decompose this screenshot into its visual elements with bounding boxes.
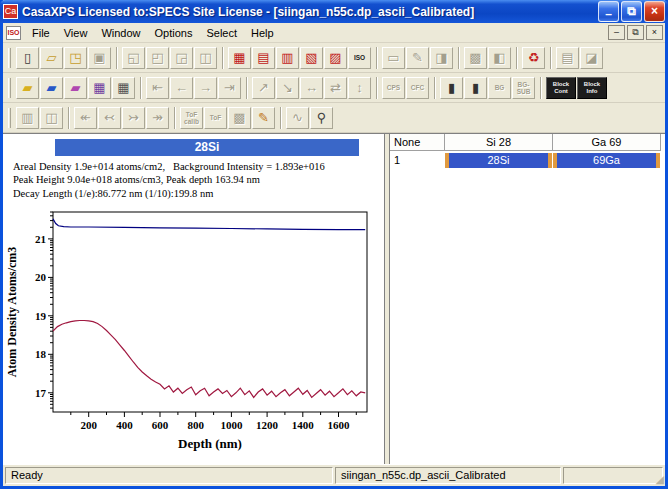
intensity-scale-button[interactable]: ▮ [440,77,463,99]
mdi-close-button[interactable]: × [646,25,663,40]
last-block-button[interactable]: ↠ [146,107,169,129]
tile-purple-button[interactable]: ▦ [88,77,111,99]
toolbar-separator [434,77,436,99]
menu-select[interactable]: Select [199,25,244,41]
marker-pen-button[interactable]: ✎ [252,107,275,129]
report-spec-button[interactable]: ▧ [300,47,323,69]
app-window: Ca CasaXPS Licensed to:SPECS Site Licens… [0,0,668,489]
blocks-pane: None Si 28 Ga 69 1 28Si 69Ga [390,134,665,464]
find-element-button[interactable]: ⚲ [310,107,333,129]
minimize-button[interactable]: – [598,1,619,22]
paste-button[interactable]: ◲ [170,47,193,69]
iso-button[interactable]: ISO [348,47,371,69]
prev-vamas-button[interactable]: ← [170,77,193,99]
bg-sub-button[interactable]: BG-SUB [512,77,535,99]
print-preview-button[interactable]: ◪ [580,47,603,69]
toolbar-separator [550,47,552,69]
save-file-button[interactable]: ▣ [88,47,111,69]
column-header-ga69[interactable]: Ga 69 [553,134,661,151]
menu-bar: ISO FileViewWindowOptionsSelectHelp – ⧉ … [3,23,665,43]
menu-file[interactable]: File [25,25,57,41]
block-info-button[interactable]: Block Info [577,77,607,99]
svg-text:400: 400 [116,419,133,431]
restore-button[interactable]: ⧉ [621,1,642,22]
paste-vamas-button[interactable]: ◫ [194,47,217,69]
block-comment-button[interactable]: Block Cont [546,77,576,99]
tile-blue-button[interactable]: ▰ [40,77,63,99]
row-index[interactable]: 1 [390,154,445,166]
menu-view[interactable]: View [57,25,95,41]
page-tile-button[interactable]: ▭ [382,47,405,69]
bg-button[interactable]: BG [488,77,511,99]
tile-page-button[interactable]: ◫ [40,107,63,129]
annotation-decay-length: Decay Length (1/e):86.772 nm (1/10):199.… [13,187,384,200]
first-block-button[interactable]: ↞ [74,107,97,129]
tile-yellow-button[interactable]: ▰ [16,77,39,99]
delete-button[interactable]: ♻ [522,47,545,69]
regions-button[interactable]: ▤ [252,47,275,69]
pan-up-down-button[interactable]: ↕ [348,77,371,99]
zoom-out-button[interactable]: ↗ [252,77,275,99]
svg-text:17: 17 [35,387,47,399]
menu-window[interactable]: Window [94,25,147,41]
energy-calib-button[interactable]: ▩ [228,107,251,129]
next-vamas-button[interactable]: → [194,77,217,99]
prev-block-button[interactable]: ↢ [98,107,121,129]
copy-button[interactable]: ◱ [122,47,145,69]
new-file-button[interactable]: ▯ [16,47,39,69]
components-button[interactable]: ▥ [276,47,299,69]
svg-text:1200: 1200 [256,419,279,431]
column-header-none[interactable]: None [390,134,445,151]
zoom-in-button[interactable]: ↘ [276,77,299,99]
toolbar-drag-handle[interactable] [8,48,11,68]
next-block-button[interactable]: ↣ [122,107,145,129]
processing-button[interactable]: ▩ [464,47,487,69]
window-controls: – ⧉ × [596,1,665,22]
column-header-si28[interactable]: Si 28 [445,134,553,151]
tile-magenta-button[interactable]: ▰ [64,77,87,99]
toolbar-separator [222,47,224,69]
toolbar-row-1: ▯▱◳▣◱◰◲◫▦▤▥▧▨ISO▭✎◨▩◧♻▤◪ [3,43,665,73]
menu-options[interactable]: Options [148,25,200,41]
grid-display-button[interactable]: ▦ [112,77,135,99]
svg-text:800: 800 [187,419,204,431]
pan-left-right-button[interactable]: ⇄ [324,77,347,99]
menu-items: FileViewWindowOptionsSelectHelp [25,25,606,41]
main-content: 28Si Areal Density 1.9e+014 atoms/cm2, B… [3,133,665,464]
open-file-button[interactable]: ▱ [40,47,63,69]
toolbar-separator [540,77,542,99]
toolbar-separator [174,107,176,129]
document-icon[interactable]: ISO [6,26,21,40]
toolbar-drag-handle[interactable] [8,78,11,98]
element-library-button[interactable]: ▨ [324,47,347,69]
print-button[interactable]: ▤ [556,47,579,69]
quantify-button[interactable]: ▦ [228,47,251,69]
toolbar-separator [280,107,282,129]
menu-help[interactable]: Help [244,25,281,41]
mdi-restore-button[interactable]: ⧉ [627,25,644,40]
resize-grip[interactable]: ◢ [656,474,664,485]
first-vamas-button[interactable]: ⇤ [146,77,169,99]
convert-file-button[interactable]: ◳ [64,47,87,69]
quant-table-button[interactable]: ▥ [16,107,39,129]
annotation-button[interactable]: ✎ [406,47,429,69]
tof-data-button[interactable]: ToF [204,107,227,129]
close-button[interactable]: × [644,1,665,22]
tof-calib-button[interactable]: ToF calib [180,107,203,129]
svg-text:1600: 1600 [328,419,351,431]
cfc-button[interactable]: CFC [406,77,429,99]
block-28si[interactable]: 28Si [445,153,552,168]
toolbar-drag-handle[interactable] [8,108,11,128]
copy-all-button[interactable]: ◰ [146,47,169,69]
quantify-report-button[interactable]: ◨ [430,47,453,69]
last-vamas-button[interactable]: ⇥ [218,77,241,99]
toolbar-separator [458,47,460,69]
calibration-button[interactable]: ◧ [488,47,511,69]
block-69ga[interactable]: 69Ga [553,153,660,168]
depth-profile-chart[interactable]: 17181920212004006008001000120014001600De… [3,202,379,454]
spectrum-view-button[interactable]: ∿ [286,107,309,129]
mdi-minimize-button[interactable]: – [608,25,625,40]
cps-button[interactable]: CPS [382,77,405,99]
zoom-reset-button[interactable]: ↔ [300,77,323,99]
overlay-scale-button[interactable]: ▮ [464,77,487,99]
